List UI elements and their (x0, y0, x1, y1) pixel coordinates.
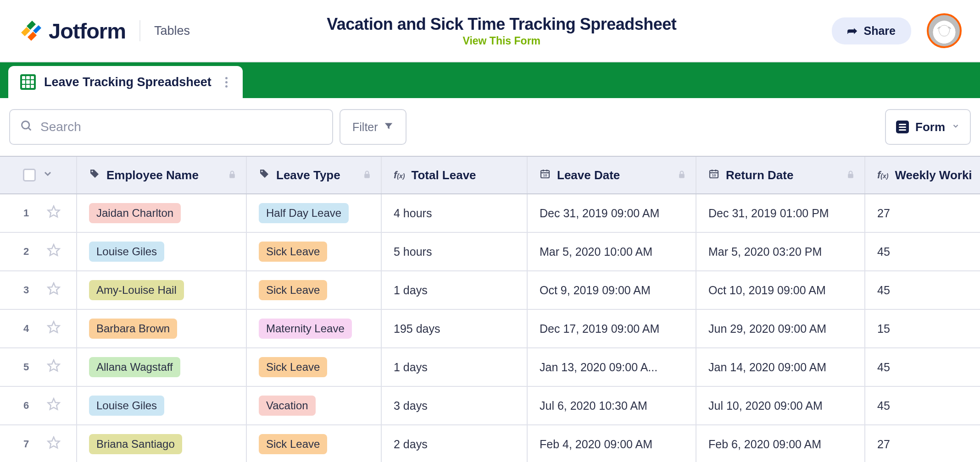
svg-point-1 (22, 121, 29, 129)
star-icon[interactable] (47, 436, 61, 452)
column-leave-type[interactable]: Leave Type (247, 157, 382, 193)
table-row[interactable]: 5Allana WagstaffSick Leave1 daysJan 13, … (0, 348, 980, 387)
row-gutter: 1 (0, 194, 77, 232)
cell-employee[interactable]: Barbara Brown (77, 310, 247, 347)
avatar[interactable] (927, 13, 962, 48)
column-weekly-working[interactable]: f(x) Weekly Worki (865, 157, 980, 193)
cell-leave-type[interactable]: Sick Leave (247, 425, 382, 462)
table-row[interactable]: 6Louise GilesVacation3 daysJul 6, 2020 1… (0, 387, 980, 425)
cell-leave-type[interactable]: Sick Leave (247, 348, 382, 386)
cell-leave-type[interactable]: Half Day Leave (247, 194, 382, 232)
chevron-down-icon[interactable] (42, 168, 53, 182)
svg-text:10: 10 (712, 173, 716, 177)
star-icon[interactable] (47, 397, 61, 414)
chevron-down-icon (952, 122, 960, 132)
tab-menu-button[interactable] (220, 77, 231, 88)
search-box[interactable] (9, 109, 333, 145)
cell-leave-date[interactable]: Feb 4, 2020 09:00 AM (528, 425, 696, 462)
star-icon[interactable] (47, 282, 61, 298)
cell-weekly[interactable]: 45 (865, 348, 980, 386)
cell-total-leave[interactable]: 5 hours (382, 233, 528, 270)
cell-total-leave[interactable]: 2 days (382, 425, 528, 462)
cell-leave-type[interactable]: Maternity Leave (247, 310, 382, 347)
cell-return-date[interactable]: Jul 10, 2020 09:00 AM (696, 387, 865, 424)
svg-text:10: 10 (543, 173, 547, 177)
column-employee-name[interactable]: Employee Name (77, 157, 247, 193)
table-row[interactable]: 7Briana SantiagoSick Leave2 daysFeb 4, 2… (0, 425, 980, 462)
leave-type-tag: Maternity Leave (259, 319, 352, 339)
cell-total-leave[interactable]: 1 days (382, 271, 528, 309)
column-total-leave[interactable]: f(x) Total Leave (382, 157, 528, 193)
cell-employee[interactable]: Allana Wagstaff (77, 348, 247, 386)
form-button[interactable]: Form (885, 109, 971, 145)
cell-employee[interactable]: Louise Giles (77, 387, 247, 424)
svg-point-3 (91, 170, 93, 172)
star-icon[interactable] (47, 320, 61, 337)
cell-total-leave[interactable]: 4 hours (382, 194, 528, 232)
table-row[interactable]: 3Amy-Louise HailSick Leave1 daysOct 9, 2… (0, 271, 980, 310)
cell-employee[interactable]: Jaidan Charlton (77, 194, 247, 232)
function-icon: f(x) (877, 169, 888, 181)
star-icon[interactable] (47, 205, 61, 221)
cell-total-leave[interactable]: 3 days (382, 387, 528, 424)
table-row[interactable]: 4Barbara BrownMaternity Leave195 daysDec… (0, 310, 980, 348)
leave-type-tag: Sick Leave (259, 280, 327, 300)
cell-weekly[interactable]: 27 (865, 194, 980, 232)
data-table: Employee Name Leave Type f(x) Total Leav… (0, 156, 980, 462)
form-icon (896, 121, 909, 133)
cell-total-leave[interactable]: 1 days (382, 348, 528, 386)
tab-leave-tracking[interactable]: Leave Tracking Spreadsheet (8, 66, 243, 98)
search-input[interactable] (40, 120, 322, 134)
cell-leave-type[interactable]: Vacation (247, 387, 382, 424)
brand-logo[interactable]: Jotform (18, 18, 126, 44)
cell-weekly[interactable]: 45 (865, 233, 980, 270)
lock-icon (677, 168, 686, 182)
cell-leave-date[interactable]: Jan 13, 2020 09:00 A... (528, 348, 696, 386)
filter-button[interactable]: Filter (340, 109, 406, 145)
cell-return-date[interactable]: Oct 10, 2019 09:00 AM (696, 271, 865, 309)
cell-weekly[interactable]: 45 (865, 271, 980, 309)
cell-return-date[interactable]: Feb 6, 2020 09:00 AM (696, 425, 865, 462)
brand-name: Jotform (49, 18, 126, 44)
cell-weekly[interactable]: 45 (865, 387, 980, 424)
column-leave-date[interactable]: 10 Leave Date (528, 157, 696, 193)
function-icon: f(x) (394, 169, 405, 181)
row-gutter: 2 (0, 233, 77, 270)
cell-employee[interactable]: Louise Giles (77, 233, 247, 270)
cell-leave-date[interactable]: Mar 5, 2020 10:00 AM (528, 233, 696, 270)
tag-icon (89, 168, 100, 182)
star-icon[interactable] (47, 359, 61, 375)
cell-leave-type[interactable]: Sick Leave (247, 233, 382, 270)
column-return-date[interactable]: 10 Return Date (696, 157, 865, 193)
cell-leave-date[interactable]: Jul 6, 2020 10:30 AM (528, 387, 696, 424)
logo-icon (18, 19, 42, 43)
svg-rect-4 (229, 174, 235, 178)
cell-weekly[interactable]: 15 (865, 310, 980, 347)
share-label: Share (864, 24, 896, 38)
cell-total-leave[interactable]: 195 days (382, 310, 528, 347)
svg-marker-23 (48, 360, 60, 371)
header-actions: ➦ Share (832, 13, 962, 48)
cell-employee[interactable]: Amy-Louise Hail (77, 271, 247, 309)
cell-leave-date[interactable]: Dec 31, 2019 09:00 AM (528, 194, 696, 232)
cell-leave-date[interactable]: Oct 9, 2019 09:00 AM (528, 271, 696, 309)
row-number: 7 (16, 438, 37, 450)
divider (139, 20, 140, 41)
cell-return-date[interactable]: Jun 29, 2020 09:00 AM (696, 310, 865, 347)
cell-return-date[interactable]: Jan 14, 2020 09:00 AM (696, 348, 865, 386)
share-button[interactable]: ➦ Share (832, 17, 911, 44)
select-all-checkbox[interactable] (23, 169, 36, 182)
cell-leave-date[interactable]: Dec 17, 2019 09:00 AM (528, 310, 696, 347)
cell-return-date[interactable]: Dec 31, 2019 01:00 PM (696, 194, 865, 232)
app-header: Jotform Tables Vacation and Sick Time Tr… (0, 0, 980, 62)
leave-type-tag: Sick Leave (259, 434, 327, 454)
star-icon[interactable] (47, 243, 61, 260)
cell-employee[interactable]: Briana Santiago (77, 425, 247, 462)
cell-leave-type[interactable]: Sick Leave (247, 271, 382, 309)
table-row[interactable]: 2Louise GilesSick Leave5 hoursMar 5, 202… (0, 233, 980, 271)
cell-return-date[interactable]: Mar 5, 2020 03:20 PM (696, 233, 865, 270)
view-form-link[interactable]: View This Form (462, 35, 540, 47)
employee-tag: Louise Giles (89, 242, 164, 262)
table-row[interactable]: 1Jaidan CharltonHalf Day Leave4 hoursDec… (0, 194, 980, 233)
cell-weekly[interactable]: 27 (865, 425, 980, 462)
